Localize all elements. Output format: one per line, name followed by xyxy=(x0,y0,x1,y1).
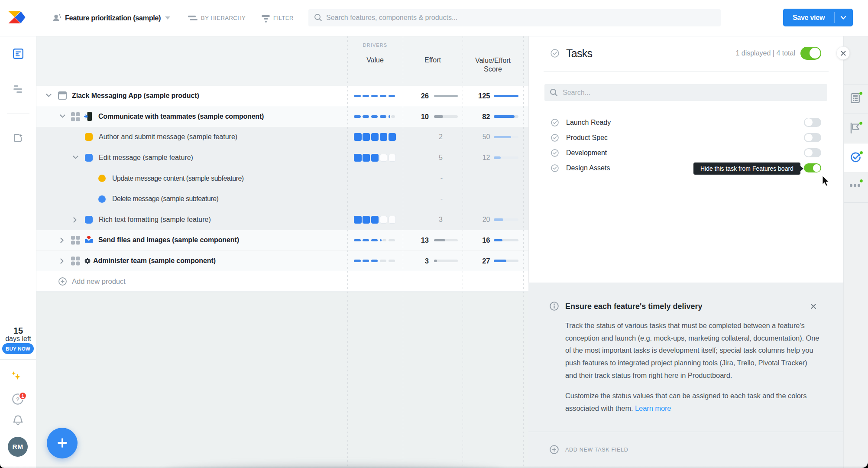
svg-text:?: ? xyxy=(16,396,19,403)
svg-text:1: 1 xyxy=(21,393,24,399)
